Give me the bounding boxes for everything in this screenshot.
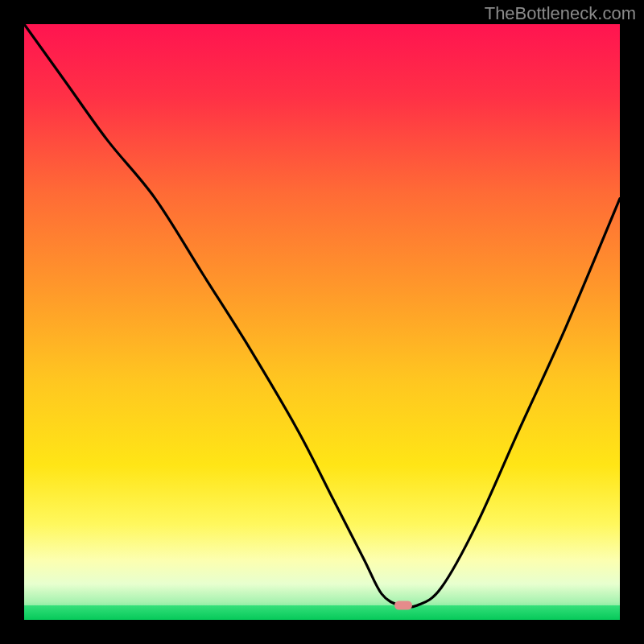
watermark-text: TheBottleneck.com xyxy=(485,3,636,24)
bottleneck-curve xyxy=(24,24,620,620)
optimal-point-marker xyxy=(394,601,412,610)
plot-area xyxy=(24,24,620,620)
chart-frame: TheBottleneck.com xyxy=(0,0,644,644)
